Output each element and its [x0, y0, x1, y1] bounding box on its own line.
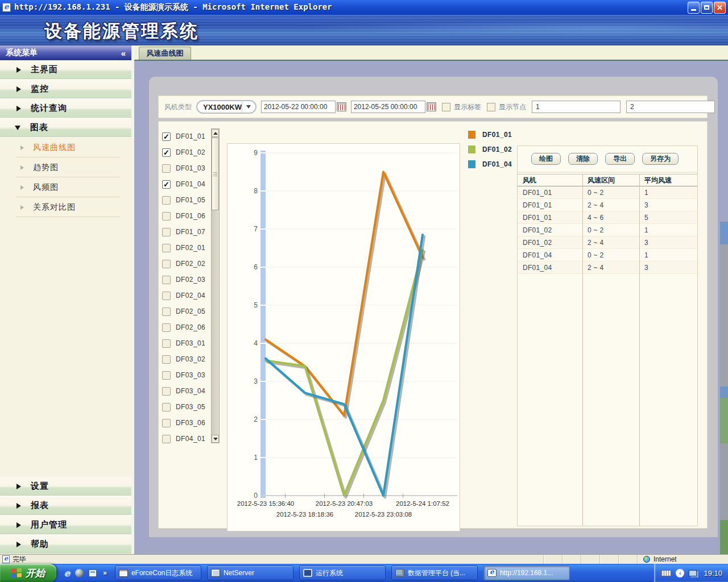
column-divider: [582, 174, 583, 526]
taskbar-task-button[interactable]: NetServer: [207, 566, 293, 580]
sidebar-collapse-icon[interactable]: «: [121, 48, 126, 58]
device-row[interactable]: DF02_03: [162, 272, 210, 288]
save-as-button[interactable]: 另存为: [642, 153, 679, 165]
sidebar-subitem-1[interactable]: 风速曲线图: [0, 138, 131, 157]
device-checkbox[interactable]: [162, 228, 171, 236]
sidebar-subitem-4[interactable]: 关系对比图: [0, 197, 131, 217]
content-area: 风机类型 YX1000KW 显示标签 显示节点: [134, 61, 728, 554]
clear-button[interactable]: 清除: [568, 153, 598, 165]
draw-button[interactable]: 绘图: [531, 153, 561, 165]
sidebar-subitem-2[interactable]: 趋势图: [0, 157, 131, 177]
device-checkbox[interactable]: [162, 435, 171, 443]
device-row[interactable]: DF02_02: [162, 256, 210, 272]
sidebar-item-1[interactable]: 主界面: [0, 60, 131, 80]
minimize-button[interactable]: [688, 2, 700, 14]
dropdown-arrow-button[interactable]: [242, 101, 255, 113]
device-checkbox[interactable]: [162, 323, 171, 332]
keyboard-icon[interactable]: [661, 570, 671, 576]
sidebar-item-2[interactable]: 监控: [0, 80, 131, 99]
taskbar-task-button[interactable]: http://192.168.1...: [483, 566, 570, 580]
scroll-up-button[interactable]: [212, 129, 219, 137]
device-row[interactable]: DF02_05: [162, 304, 210, 319]
show-nodes-checkbox[interactable]: [487, 103, 495, 111]
wind-speed-chart: 01234567892012-5-23 15:36:402012-5-23 18…: [228, 144, 460, 531]
param1-input[interactable]: [532, 101, 621, 113]
device-checkbox[interactable]: [162, 276, 171, 284]
device-row[interactable]: ✓DF01_04: [162, 176, 210, 192]
device-checkbox[interactable]: [162, 292, 171, 300]
device-row[interactable]: ✓DF01_01: [162, 128, 210, 144]
device-checkbox[interactable]: [162, 387, 171, 396]
ie-icon[interactable]: e: [64, 568, 70, 579]
param2-input[interactable]: [626, 101, 715, 113]
sidebar-item-4[interactable]: 图表: [0, 118, 131, 138]
results-panel: 绘图清除导出另存为 风机风速区间平均风速 DF01_010 ~ 21DF01_0…: [517, 146, 698, 526]
restore-button[interactable]: [701, 2, 713, 14]
device-checkbox[interactable]: [162, 371, 171, 380]
device-checkbox[interactable]: [162, 244, 171, 252]
close-button[interactable]: ✕: [714, 2, 726, 14]
date-to-input[interactable]: [351, 101, 425, 113]
device-row[interactable]: DF01_06: [162, 208, 210, 224]
start-button[interactable]: 开始: [0, 564, 56, 582]
device-row[interactable]: DF01_07: [162, 224, 210, 240]
device-checkbox[interactable]: [162, 212, 171, 221]
device-checkbox[interactable]: ✓: [162, 148, 171, 157]
sidebar-bottom-item-1[interactable]: 设置: [0, 477, 131, 496]
device-checkbox[interactable]: [162, 196, 171, 205]
sidebar-bottom-item-3[interactable]: 用户管理: [0, 516, 131, 535]
device-checkbox[interactable]: [162, 260, 171, 268]
export-button[interactable]: 导出: [605, 153, 635, 165]
device-row[interactable]: DF03_05: [162, 399, 210, 415]
device-row[interactable]: DF01_05: [162, 192, 210, 208]
device-checkbox[interactable]: ✓: [162, 180, 171, 189]
device-row[interactable]: DF01_03: [162, 160, 210, 176]
table-row: DF01_022 ~ 43: [518, 236, 697, 249]
device-checkbox[interactable]: [162, 164, 171, 173]
device-row[interactable]: DF03_06: [162, 415, 210, 431]
calendar-icon[interactable]: [337, 102, 346, 111]
sidebar-bottom-item-2[interactable]: 报表: [0, 496, 131, 516]
calendar-icon[interactable]: [427, 102, 436, 111]
device-row[interactable]: DF02_01: [162, 240, 210, 256]
legend-label: DF01_04: [482, 160, 512, 168]
taskbar-task-button[interactable]: eForceCon日志系统: [115, 566, 201, 580]
fan-type-dropdown[interactable]: YX1000KW: [196, 100, 257, 114]
scrollbar-thumb[interactable]: [212, 138, 219, 210]
device-checkbox[interactable]: ✓: [162, 132, 171, 141]
device-row[interactable]: DF03_02: [162, 351, 210, 367]
y-tick-label: 4: [254, 339, 258, 347]
scroll-down-button[interactable]: [212, 435, 219, 443]
device-checkbox[interactable]: [162, 307, 171, 316]
sidebar-subitem-3[interactable]: 风频图: [0, 177, 131, 197]
windows-flag-icon: [11, 568, 22, 578]
device-checkbox[interactable]: [162, 403, 171, 411]
sidebar-bottom-item-4[interactable]: 帮助: [0, 535, 131, 554]
device-row[interactable]: ✓DF01_02: [162, 144, 210, 160]
device-row[interactable]: DF02_04: [162, 288, 210, 304]
sphere-icon[interactable]: [75, 569, 84, 577]
monitor-icon: [303, 569, 312, 577]
sidebar-item-3[interactable]: 统计查询: [0, 99, 131, 118]
device-row[interactable]: DF03_04: [162, 383, 210, 399]
DF01_02-line: [266, 250, 423, 496]
device-list-scrollbar[interactable]: [211, 128, 220, 443]
device-row[interactable]: DF03_01: [162, 335, 210, 351]
device-row[interactable]: DF02_06: [162, 319, 210, 335]
network-icon[interactable]: [689, 570, 697, 576]
device-row[interactable]: DF04_01: [162, 431, 210, 447]
taskbar-task-button[interactable]: 数据管理平台 (当...: [391, 566, 478, 580]
device-row[interactable]: DF03_03: [162, 367, 210, 383]
tab-wind-speed-curve[interactable]: 风速曲线图: [139, 47, 191, 60]
hide-icons-chevron[interactable]: ‹: [676, 569, 684, 577]
device-checkbox[interactable]: [162, 355, 171, 364]
device-checkbox[interactable]: [162, 419, 171, 427]
date-from-input[interactable]: [261, 101, 336, 113]
app-shortcut-icon[interactable]: [89, 569, 97, 577]
table-cell: 3: [639, 239, 697, 247]
taskbar-task-button[interactable]: 运行系统: [299, 566, 386, 580]
device-checkbox[interactable]: [162, 339, 171, 348]
sidebar-item-label: 帮助: [31, 539, 49, 550]
show-labels-checkbox[interactable]: [442, 103, 450, 111]
chevron-more-icon[interactable]: »: [103, 569, 107, 577]
